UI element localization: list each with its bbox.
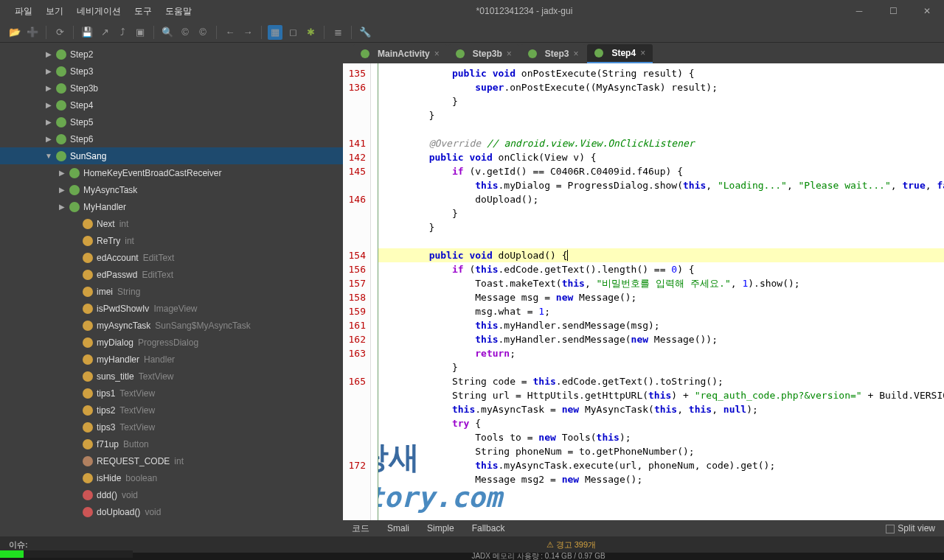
back-icon[interactable]: ←: [223, 25, 237, 40]
tree-item-ispwdshowiv[interactable]: isPwdShowIvImageView: [0, 300, 343, 317]
tree-item-sunstitle[interactable]: suns_titleTextView: [0, 368, 343, 385]
code-line[interactable]: Toast.makeText(this, "비밀번호를 입력해 주세요.", 1…: [383, 276, 944, 290]
maximize-button[interactable]: ☐: [876, 0, 910, 22]
view-smali[interactable]: Smali: [387, 523, 409, 533]
tree-item-ishide[interactable]: isHideboolean: [0, 469, 343, 486]
menu-view[interactable]: 보기: [40, 4, 69, 19]
code-line[interactable]: }: [383, 108, 944, 122]
log-icon[interactable]: ≣: [330, 25, 345, 40]
code-line[interactable]: this.myAsyncTask = new MyAsyncTask(this,…: [383, 402, 944, 416]
view-fallback[interactable]: Fallback: [472, 523, 505, 533]
tab-close-icon[interactable]: ×: [507, 49, 512, 59]
code-line[interactable]: @Override // android.view.View.OnClickLi…: [383, 136, 944, 150]
code-line[interactable]: String phoneNum = to.getPhoneNumber();: [383, 444, 944, 458]
expand-arrow[interactable]: ▶: [58, 169, 66, 177]
expand-arrow[interactable]: ▶: [58, 203, 66, 211]
code-line[interactable]: String url = HttpUtils.getHttpURL(this) …: [383, 388, 944, 402]
tree-item-step5[interactable]: ▶Step5: [0, 113, 343, 130]
view-code[interactable]: 코드: [352, 522, 369, 535]
expand-arrow[interactable]: ▶: [44, 50, 53, 58]
tree-item-sunsang[interactable]: ▼SunSang: [0, 147, 343, 164]
export2-icon[interactable]: ⤴: [115, 25, 130, 40]
deobf-icon[interactable]: ▦: [268, 25, 282, 40]
menu-help[interactable]: 도움말: [159, 4, 198, 19]
save-icon[interactable]: 💾: [80, 25, 94, 40]
code-line[interactable]: }: [383, 220, 944, 234]
code-line[interactable]: public void doUpload() {: [378, 248, 944, 262]
view-simple[interactable]: Simple: [427, 523, 454, 533]
export-icon[interactable]: ↗: [97, 25, 112, 40]
tab-close-icon[interactable]: ×: [640, 48, 645, 58]
warning-count[interactable]: ⚠ 경고 399개: [546, 539, 596, 550]
tree-item-imei[interactable]: imeiString: [0, 283, 343, 300]
tree-item-edpasswd[interactable]: edPasswdEditText: [0, 266, 343, 283]
code-line[interactable]: public void onPostExecute(String result)…: [383, 66, 944, 80]
expand-arrow[interactable]: ▶: [44, 118, 53, 126]
code-line[interactable]: super.onPostExecute((MyAsyncTask) result…: [383, 80, 944, 94]
code-line[interactable]: Tools to = new Tools(this);: [383, 430, 944, 444]
fold-bar[interactable]: [371, 63, 378, 520]
refresh-icon[interactable]: ⟳: [52, 25, 67, 40]
tree-item-next[interactable]: Nextint: [0, 215, 343, 232]
code-line[interactable]: this.myHandler.sendMessage(new Message()…: [383, 332, 944, 346]
search-comment-icon[interactable]: ©: [195, 25, 210, 40]
tree-item-tips2[interactable]: tips2TextView: [0, 402, 343, 419]
tree-item-tips1[interactable]: tips1TextView: [0, 385, 343, 402]
expand-arrow[interactable]: ▶: [44, 84, 53, 92]
expand-arrow[interactable]: ▼: [44, 152, 53, 160]
menu-tools[interactable]: 도구: [128, 4, 158, 19]
code-line[interactable]: doUpload();: [383, 192, 944, 206]
tab-step4[interactable]: Step4×: [587, 44, 653, 63]
forward-icon[interactable]: →: [240, 25, 255, 40]
code-line[interactable]: msg.what = 1;: [383, 304, 944, 318]
split-view-toggle[interactable]: Split view: [886, 523, 935, 533]
minimize-button[interactable]: ─: [842, 0, 876, 22]
tab-step3b[interactable]: Step3b×: [448, 44, 519, 63]
code-line[interactable]: Message msg2 = new Message();: [383, 472, 944, 486]
expand-arrow[interactable]: ▶: [58, 186, 66, 194]
tree-item-step2[interactable]: ▶Step2: [0, 46, 343, 63]
tab-close-icon[interactable]: ×: [434, 49, 440, 59]
tree-item-doupload[interactable]: doUpload()void: [0, 503, 343, 520]
tree-item-f71up[interactable]: f71upButton: [0, 435, 343, 452]
tree-item-requestcode[interactable]: REQUEST_CODEint: [0, 452, 343, 469]
open-icon[interactable]: 📂: [7, 25, 22, 40]
quark-icon[interactable]: ◻: [285, 25, 300, 40]
expand-arrow[interactable]: ▶: [44, 67, 53, 75]
tree-item-ddd[interactable]: ddd()void: [0, 486, 343, 503]
code-line[interactable]: try {: [383, 416, 944, 430]
tree-item-mydialog[interactable]: myDialogProgressDialog: [0, 334, 343, 351]
expand-arrow[interactable]: ▶: [44, 101, 53, 109]
settings-icon[interactable]: 🔧: [358, 25, 372, 40]
code-line[interactable]: public void onClick(View v) {: [383, 150, 944, 164]
code-line[interactable]: }: [383, 360, 944, 374]
tree-item-myasynctask[interactable]: ▶MyAsyncTask: [0, 181, 343, 198]
tree-item-myasynctask[interactable]: myAsyncTaskSunSang$MyAsyncTask: [0, 317, 343, 334]
debug-icon[interactable]: ✱: [303, 25, 318, 40]
code-line[interactable]: this.myDialog = ProgressDialog.show(this…: [383, 178, 944, 192]
code-line[interactable]: }: [383, 206, 944, 220]
menu-file[interactable]: 파일: [9, 4, 38, 19]
tree-item-tips3[interactable]: tips3TextView: [0, 419, 343, 435]
memory-bar[interactable]: [0, 550, 133, 558]
code-line[interactable]: [383, 234, 944, 248]
close-button[interactable]: ✕: [910, 0, 944, 22]
gradle-icon[interactable]: ▣: [133, 25, 148, 40]
code-line[interactable]: Message msg = new Message();: [383, 290, 944, 304]
menu-nav[interactable]: 네비게이션: [71, 4, 127, 19]
tree-item-edaccount[interactable]: edAccountEditText: [0, 249, 343, 266]
tree-item-step3b[interactable]: ▶Step3b: [0, 80, 343, 97]
search-icon[interactable]: 🔍: [160, 25, 175, 40]
class-tree[interactable]: ▶Step2▶Step3▶Step3b▶Step4▶Step5▶Step6▼Su…: [0, 43, 343, 536]
code-line[interactable]: String code = this.edCode.getText().toSt…: [383, 374, 944, 388]
code-line[interactable]: this.myAsyncTask.execute(url, phoneNum, …: [383, 458, 944, 472]
add-icon[interactable]: ➕: [25, 25, 40, 40]
expand-arrow[interactable]: ▶: [44, 135, 53, 143]
tree-item-step6[interactable]: ▶Step6: [0, 130, 343, 147]
code-line[interactable]: return;: [383, 346, 944, 360]
tree-item-myhandler[interactable]: ▶MyHandler: [0, 198, 343, 215]
tree-item-retry[interactable]: ReTryint: [0, 232, 343, 249]
code-line[interactable]: }: [383, 94, 944, 108]
tab-mainactivity[interactable]: MainActivity×: [353, 44, 447, 63]
code-line[interactable]: if (this.edCode.getText().length() == 0)…: [383, 262, 944, 276]
